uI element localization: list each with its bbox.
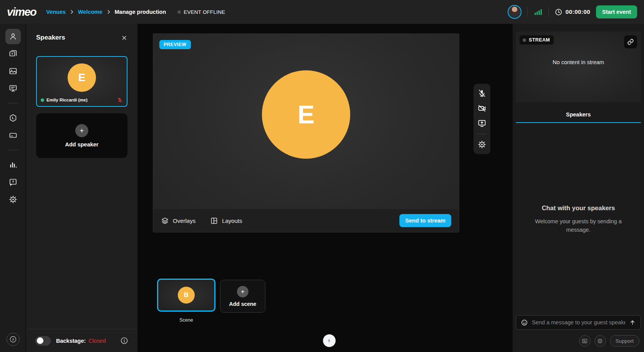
panel-footer: Support	[579, 335, 639, 347]
chat-title: Chat with your speakers	[523, 204, 633, 212]
image-icon	[8, 66, 18, 76]
overlays-label: Overlays	[173, 218, 195, 224]
support-button[interactable]: Support	[610, 335, 639, 347]
media-controls-toolbar	[473, 84, 490, 154]
divider	[527, 7, 528, 17]
speaker-tile-emily[interactable]: E Emily Riccardi (me)	[36, 56, 127, 107]
breadcrumb-manage-production: Manage production	[115, 9, 166, 15]
user-avatar[interactable]	[508, 5, 521, 19]
connection-strength-icon[interactable]	[533, 7, 543, 17]
scene-item: B Scene	[157, 279, 215, 323]
preview-toolbar: Overlays Layouts Send to stream	[153, 209, 459, 232]
layouts-button[interactable]: Layouts	[210, 217, 242, 225]
chevron-right-icon	[69, 9, 74, 15]
divider	[7, 150, 19, 150]
breadcrumb: Venues Welcome Manage production	[46, 9, 166, 15]
speaker-name: Emily Riccardi (me)	[46, 98, 114, 102]
question-bubble-icon: ?	[8, 178, 18, 187]
quick-actions-button[interactable]	[323, 334, 336, 347]
backstage-label: Backstage:	[56, 338, 86, 344]
presentation-icon	[8, 84, 18, 93]
divider	[7, 103, 19, 103]
video-library-icon	[8, 49, 18, 58]
tab-active-indicator	[516, 122, 641, 123]
chat-subtitle: Welcome your guests by sending a message…	[523, 217, 633, 234]
rail-item-qa[interactable]: ?	[5, 174, 21, 190]
camera-off-button[interactable]	[477, 104, 487, 113]
main-stage-area: PREVIEW E Overlays Layouts Send to strea…	[137, 24, 512, 352]
scene-tile-selected[interactable]: B	[157, 279, 215, 312]
backstage-status: Closed	[88, 338, 106, 344]
divider	[548, 7, 549, 17]
vimeo-logo[interactable]: vimeo	[7, 6, 36, 18]
backstage-bar: Backstage: Closed	[26, 329, 137, 352]
stream-offline-dot-icon	[523, 38, 526, 42]
chevron-right-icon	[106, 9, 111, 15]
scene-label: Scene	[179, 317, 193, 323]
rail-item-presentation[interactable]	[5, 81, 21, 96]
offline-dot-icon	[177, 10, 181, 14]
gear-icon	[8, 195, 18, 204]
overlays-button[interactable]: Overlays	[161, 217, 195, 225]
screen-share-button[interactable]	[477, 119, 487, 128]
rail-item-images[interactable]	[5, 63, 21, 79]
preview-card: PREVIEW E Overlays Layouts Send to strea…	[153, 33, 459, 232]
svg-text:L: L	[12, 116, 14, 120]
rail-item-banners[interactable]	[5, 128, 21, 143]
mic-off-button[interactable]	[477, 89, 487, 98]
stream-badge: STREAM	[520, 35, 554, 45]
breadcrumb-welcome[interactable]: Welcome	[78, 9, 102, 15]
whats-new-button[interactable]	[579, 335, 591, 347]
info-icon[interactable]	[120, 337, 128, 345]
rail-item-lower-thirds[interactable]: L	[5, 110, 21, 126]
send-to-stream-button[interactable]: Send to stream	[399, 214, 451, 227]
person-icon	[8, 32, 18, 41]
lightning-icon	[326, 338, 332, 344]
bar-chart-icon	[8, 160, 18, 169]
event-status-badge: EVENT OFFLINE	[177, 9, 225, 15]
close-icon[interactable]	[121, 35, 127, 41]
left-icon-rail: L ? ?	[0, 24, 26, 352]
stream-empty-message: No content in stream	[516, 59, 641, 65]
chat-message-input[interactable]	[532, 319, 625, 325]
layouts-label: Layouts	[222, 218, 242, 224]
stage-speaker-avatar[interactable]: E	[262, 70, 350, 159]
speaker-avatar: E	[68, 63, 96, 92]
help-glyph: ?	[12, 337, 14, 342]
plus-icon	[237, 286, 248, 297]
send-message-arrow-icon[interactable]	[629, 319, 636, 326]
event-status-label: EVENT OFFLINE	[184, 9, 225, 15]
chat-empty-state: Chat with your speakers Welcome your gue…	[523, 204, 633, 234]
banner-icon	[8, 131, 18, 140]
rail-item-speakers[interactable]	[5, 29, 21, 44]
topbar-right-group: 00:00:00 Start event	[508, 5, 637, 19]
emoji-icon[interactable]	[521, 319, 528, 326]
layout-icon	[210, 217, 218, 225]
chat-message-input-wrap	[516, 315, 641, 330]
settings-button[interactable]	[477, 140, 487, 149]
speaker-meta: Emily Riccardi (me)	[41, 97, 123, 103]
start-event-button[interactable]: Start event	[596, 5, 637, 18]
add-speaker-label: Add speaker	[65, 141, 98, 148]
online-dot-icon	[41, 98, 44, 102]
speakers-panel-header: Speakers	[26, 24, 137, 42]
copy-link-button[interactable]	[624, 35, 637, 48]
clock-icon	[555, 8, 563, 16]
tab-speakers[interactable]: Speakers	[516, 111, 641, 123]
hexagon-l-icon: L	[8, 113, 18, 123]
backstage-toggle[interactable]	[35, 336, 51, 345]
help-button[interactable]: ?	[7, 333, 20, 346]
divider	[477, 134, 487, 134]
plus-icon	[75, 124, 88, 137]
add-speaker-button[interactable]: Add speaker	[36, 113, 127, 158]
rail-item-analytics[interactable]	[5, 157, 21, 173]
rail-item-settings[interactable]	[5, 192, 21, 207]
add-scene-button[interactable]: Add scene	[220, 280, 265, 313]
chat-settings-button[interactable]	[594, 335, 606, 347]
breadcrumb-venues[interactable]: Venues	[46, 9, 66, 15]
scene-avatar: B	[178, 287, 195, 304]
rail-item-videos[interactable]	[5, 46, 21, 61]
event-timer: 00:00:00	[555, 8, 590, 16]
avatar-photo	[509, 6, 520, 18]
scenes-row: B Scene Add scene	[157, 279, 265, 323]
